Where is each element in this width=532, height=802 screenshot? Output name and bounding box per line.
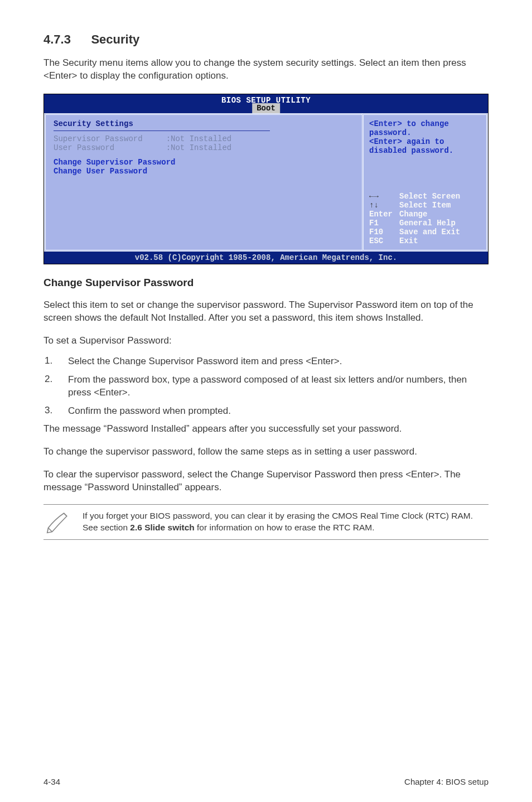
step-2: From the password box, type a password c… [45,374,489,399]
intro-paragraph: The Security menu items allow you to cha… [43,57,489,83]
select-screen-text: Select Screen [399,192,460,201]
chapter-label: Chapter 4: BIOS setup [404,777,489,786]
step-2-text: From the password box, type a password c… [68,374,489,399]
page-number: 4-34 [43,777,60,786]
bios-body: Security Settings Supervisor Password :N… [44,113,488,252]
divider [54,131,270,131]
nav-select-item: ↑↓ Select Item [369,201,481,210]
bios-nav-help: ←→ Select Screen ↑↓ Select Item Enter Ch… [369,192,481,245]
paragraph-5: To clear the supervisor password, select… [43,468,489,494]
nav-esc: ESC Exit [369,236,481,245]
f10-text: Save and Exit [399,228,460,236]
enter-key-label: Enter [369,210,395,219]
note-post: for information on how to erase the RTC … [195,523,375,532]
page-footer: 4-34 Chapter 4: BIOS setup [43,777,489,786]
supervisor-password-row: Supervisor Password :Not Installed [54,134,354,143]
step-3: Confirm the password when prompted. [45,405,489,418]
security-settings-heading: Security Settings [54,119,354,128]
f10-key-label: F10 [369,228,395,236]
bios-footer: v02.58 (C)Copyright 1985-2008, American … [44,252,488,264]
bios-right-panel: <Enter> to change password. <Enter> agai… [362,113,488,252]
esc-text: Exit [399,236,418,245]
user-password-row: User Password :Not Installed [54,143,354,152]
select-item-text: Select Item [399,201,451,210]
note-text: If you forget your BIOS password, you ca… [83,510,489,534]
note-box: If you forget your BIOS password, you ca… [43,504,489,540]
enter-text: Change [399,210,427,219]
bios-help-text: <Enter> to change password. <Enter> agai… [369,119,481,155]
steps-list: Select the Change Supervisor Password it… [45,355,489,418]
step-1-text: Select the Change Supervisor Password it… [68,355,489,368]
pencil-icon-svg [46,510,70,534]
paragraph-2: To set a Supervisor Password: [43,335,489,347]
bios-tab-boot: Boot [252,103,280,113]
pencil-icon [43,510,72,534]
nav-enter: Enter Change [369,210,481,219]
paragraph-4: To change the supervisor password, follo… [43,446,489,458]
arrows-up-down-icon: ↑↓ [369,201,395,210]
esc-key-label: ESC [369,236,395,245]
section-heading: 4.7.3 Security [43,32,489,47]
bios-screenshot: BIOS SETUP UTILITY Boot Security Setting… [43,94,489,264]
paragraph-3: The message “Password Installed” appears… [43,423,489,436]
step-3-text: Confirm the password when prompted. [68,405,489,418]
help-line-2: <Enter> again to disabled password. [369,137,481,155]
change-user-password: Change User Password [54,167,354,176]
supervisor-password-value: :Not Installed [166,134,232,143]
nav-select-screen: ←→ Select Screen [369,192,481,201]
user-password-label: User Password [54,143,114,152]
bios-left-panel: Security Settings Supervisor Password :N… [44,113,362,252]
arrows-left-right-icon: ←→ [369,192,395,201]
step-1: Select the Change Supervisor Password it… [45,355,489,368]
subheading-change-supervisor-password: Change Supervisor Password [43,277,489,289]
section-title: Security [91,32,139,47]
user-password-value: :Not Installed [166,143,232,152]
change-supervisor-password: Change Supervisor Password [54,158,354,167]
f1-key-label: F1 [369,219,395,228]
paragraph-1: Select this item to set or change the su… [43,299,489,325]
nav-f1: F1 General Help [369,219,481,228]
supervisor-password-label: Supervisor Password [54,134,143,143]
note-bold: 2.6 Slide switch [130,523,194,532]
f1-text: General Help [399,219,456,228]
section-number: 4.7.3 [43,32,71,47]
bios-header: BIOS SETUP UTILITY Boot [44,94,488,113]
spacer [54,152,354,158]
nav-f10: F10 Save and Exit [369,228,481,236]
help-line-1: <Enter> to change password. [369,119,481,137]
